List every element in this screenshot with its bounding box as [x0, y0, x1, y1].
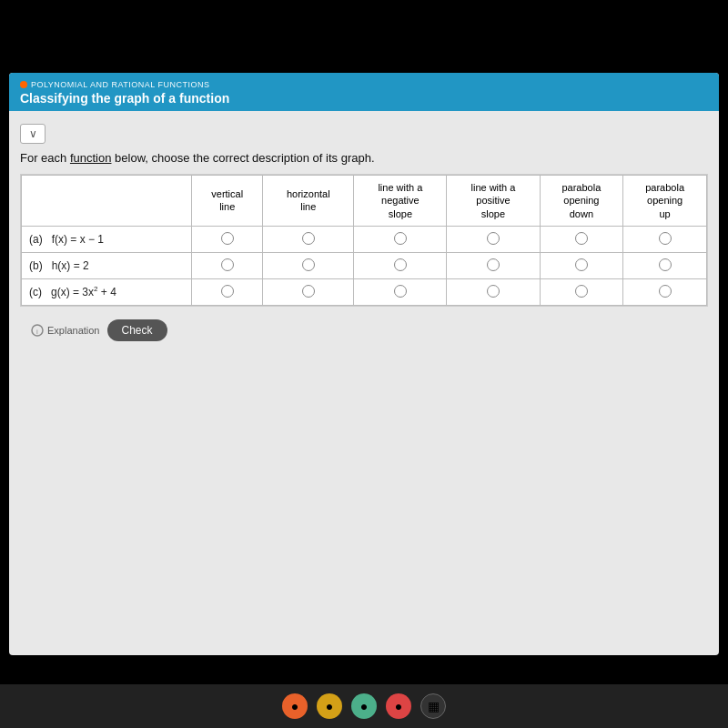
radio-cell-c-neg[interactable] — [354, 278, 447, 305]
radio-cell-b-para-up[interactable] — [623, 252, 707, 278]
func-cell-c: (c) g(x) = 3x2 + 4 — [22, 278, 192, 305]
radio-c-horizontal[interactable] — [302, 285, 315, 298]
radio-b-horizontal[interactable] — [302, 258, 315, 271]
radio-b-neg-slope[interactable] — [394, 258, 407, 271]
radio-b-para-down[interactable] — [575, 258, 588, 271]
header: POLYNOMIAL AND RATIONAL FUNCTIONS Classi… — [9, 73, 719, 111]
radio-c-neg-slope[interactable] — [394, 285, 407, 298]
svg-text:i: i — [36, 328, 38, 336]
radio-cell-c-vertical[interactable] — [192, 278, 263, 305]
table-row: (b) h(x) = 2 — [22, 252, 707, 278]
radio-b-vertical[interactable] — [221, 258, 234, 271]
radio-cell-a-horizontal[interactable] — [263, 226, 354, 252]
radio-cell-a-para-up[interactable] — [623, 226, 707, 252]
col-header-para-up: parabolaopeningup — [623, 176, 707, 227]
radio-c-para-down[interactable] — [575, 285, 588, 298]
radio-a-para-up[interactable] — [659, 232, 672, 245]
radio-cell-b-horizontal[interactable] — [263, 252, 354, 278]
topic-label: POLYNOMIAL AND RATIONAL FUNCTIONS — [20, 80, 708, 89]
page-title: Classifying the graph of a function — [20, 91, 708, 106]
table-row: (a) f(x) = x − 1 — [22, 226, 707, 252]
radio-a-vertical[interactable] — [221, 232, 234, 245]
col-header-empty — [22, 176, 192, 227]
col-header-horizontal: horizontalline — [263, 176, 354, 227]
col-header-neg-slope: line with anegativeslope — [354, 176, 447, 227]
radio-cell-c-para-down[interactable] — [540, 278, 623, 305]
taskbar-icon-1[interactable]: ● — [282, 693, 308, 719]
check-button[interactable]: Check — [107, 319, 167, 341]
radio-cell-b-para-down[interactable] — [540, 252, 623, 278]
explanation-icon: i — [31, 324, 44, 337]
radio-a-pos-slope[interactable] — [487, 232, 500, 245]
collapse-button[interactable] — [20, 124, 46, 144]
radio-cell-a-pos[interactable] — [447, 226, 540, 252]
func-cell-a: (a) f(x) = x − 1 — [22, 226, 192, 252]
radio-cell-c-horizontal[interactable] — [263, 278, 354, 305]
radio-cell-b-pos[interactable] — [447, 252, 540, 278]
explanation-button[interactable]: i Explanation — [31, 324, 100, 337]
radio-a-para-down[interactable] — [575, 232, 588, 245]
taskbar-icon-3[interactable]: ● — [351, 693, 377, 719]
screen: POLYNOMIAL AND RATIONAL FUNCTIONS Classi… — [9, 73, 719, 655]
orange-dot-icon — [20, 81, 27, 88]
col-header-vertical: verticalline — [192, 176, 263, 227]
taskbar-icon-2[interactable]: ● — [317, 693, 342, 719]
table-row: (c) g(x) = 3x2 + 4 — [22, 278, 707, 305]
radio-cell-b-neg[interactable] — [354, 252, 447, 278]
radio-cell-b-vertical[interactable] — [192, 252, 263, 278]
func-cell-b: (b) h(x) = 2 — [22, 252, 192, 278]
radio-cell-a-para-down[interactable] — [540, 226, 623, 252]
taskbar-icon-5[interactable]: ▦ — [420, 693, 446, 719]
radio-a-horizontal[interactable] — [302, 232, 315, 245]
radio-c-para-up[interactable] — [659, 285, 672, 298]
col-header-para-down: parabolaopeningdown — [540, 176, 623, 227]
radio-c-pos-slope[interactable] — [487, 285, 500, 298]
col-header-pos-slope: line with apositiveslope — [447, 176, 540, 227]
content-area: For each function below, choose the corr… — [9, 111, 719, 354]
taskbar: ● ● ● ● ▦ — [0, 684, 728, 728]
bottom-bar: i Explanation Check — [20, 314, 708, 347]
radio-cell-a-neg[interactable] — [354, 226, 447, 252]
instruction-text: For each function below, choose the corr… — [20, 151, 708, 165]
function-link[interactable]: function — [70, 151, 112, 165]
radio-c-vertical[interactable] — [221, 285, 234, 298]
radio-cell-c-para-up[interactable] — [623, 278, 707, 305]
classification-table: verticalline horizontalline line with an… — [20, 174, 708, 307]
radio-cell-a-vertical[interactable] — [192, 226, 263, 252]
radio-b-para-up[interactable] — [659, 258, 672, 271]
radio-a-neg-slope[interactable] — [394, 232, 407, 245]
radio-b-pos-slope[interactable] — [487, 258, 500, 271]
radio-cell-c-pos[interactable] — [447, 278, 540, 305]
taskbar-icon-4[interactable]: ● — [386, 693, 411, 719]
